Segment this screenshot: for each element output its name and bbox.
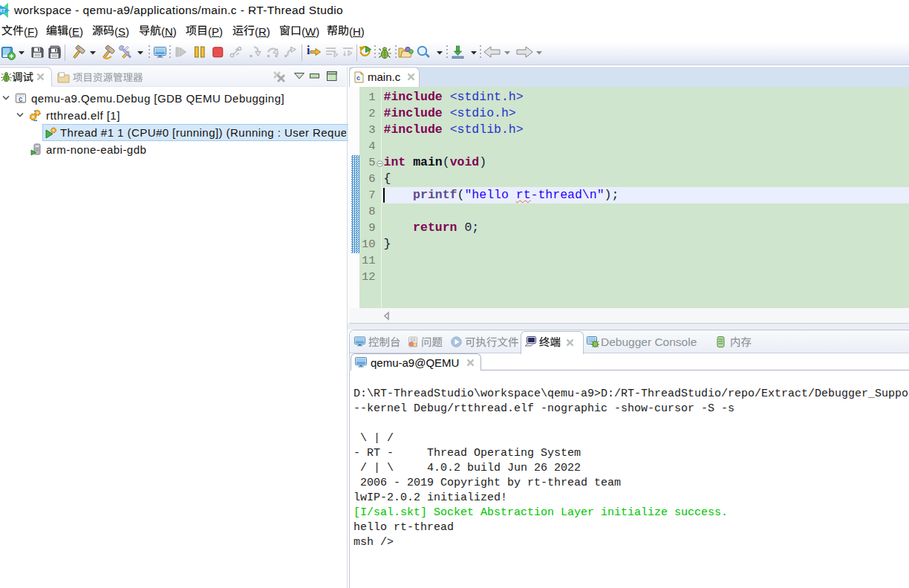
svg-text:RT: RT (0, 8, 5, 13)
svg-text:c: c (356, 74, 360, 82)
